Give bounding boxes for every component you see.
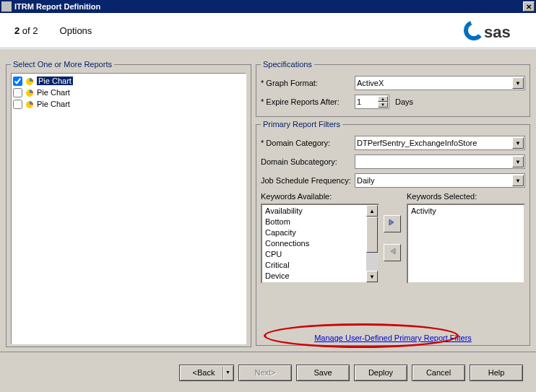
keywords-selected-label: Keywords Selected:: [407, 192, 525, 204]
svg-text:sas: sas: [484, 23, 511, 41]
reports-list[interactable]: Pie Chart Pie Chart Pie Chart: [11, 73, 246, 344]
keyword-item[interactable]: Availability: [264, 206, 376, 217]
specifications-legend: Specifications: [261, 60, 314, 69]
scroll-up-icon[interactable]: ▲: [366, 205, 378, 217]
keywords-available-list[interactable]: Availability Bottom Capacity Connections…: [261, 204, 379, 284]
report-item-label: Pie Chart: [37, 100, 70, 108]
scrollbar[interactable]: ▲ ▼: [366, 205, 378, 282]
window-title: ITRM Report Definition: [14, 2, 523, 11]
keyword-item[interactable]: Capacity: [264, 227, 376, 238]
back-button[interactable]: <Back: [179, 365, 234, 381]
save-button[interactable]: Save: [296, 365, 350, 381]
expire-spinner[interactable]: 1 ▲ ▼: [355, 95, 389, 109]
report-checkbox[interactable]: [13, 100, 22, 109]
primary-filters-panel: Primary Report Filters * Domain Category…: [256, 120, 530, 346]
keyword-item[interactable]: Device: [264, 271, 376, 282]
job-frequency-value: Daily: [357, 176, 374, 185]
expire-value: 1: [357, 97, 361, 106]
spinner-down-icon[interactable]: ▼: [378, 102, 388, 108]
specifications-panel: Specifications * Graph Format: ActiveX ▼…: [256, 60, 530, 117]
step-total: of 2: [22, 25, 38, 36]
step-current: 2: [14, 25, 20, 36]
keyword-item[interactable]: Activity: [410, 206, 522, 217]
pie-chart-icon: [25, 76, 35, 86]
app-icon: [1, 1, 12, 12]
job-frequency-label: Job Schedule Frequency:: [261, 176, 355, 185]
expire-label: * Expire Reports After:: [261, 97, 355, 106]
chevron-down-icon[interactable]: ▼: [512, 137, 524, 149]
domain-subcategory-label: Domain Subcategory:: [261, 157, 355, 166]
domain-category-value: DTPerfSentry_ExchangeInfoStore: [357, 139, 477, 147]
graph-format-value: ActiveX: [357, 79, 384, 87]
job-frequency-select[interactable]: Daily ▼: [355, 173, 525, 188]
next-button: Next>: [238, 365, 292, 381]
report-checkbox[interactable]: [13, 77, 22, 86]
help-button[interactable]: Help: [470, 365, 523, 381]
domain-category-label: * Domain Category:: [261, 139, 355, 147]
scroll-down-icon[interactable]: ▼: [366, 271, 378, 282]
chevron-down-icon[interactable]: ▼: [512, 77, 524, 89]
options-label: Options: [60, 25, 92, 36]
keywords-selected-list[interactable]: Activity: [407, 204, 525, 284]
button-bar: <Back Next> Save Deploy Cancel Help: [0, 352, 536, 392]
manage-filters-link[interactable]: Manage User-Defined Primary Report Filte…: [314, 334, 472, 342]
reports-panel: Select One or More Reports Pie Chart Pie…: [6, 60, 251, 347]
cancel-button[interactable]: Cancel: [412, 365, 465, 381]
step-indicator: 2 of 2: [14, 25, 38, 36]
report-item[interactable]: Pie Chart: [13, 87, 244, 98]
chevron-down-icon[interactable]: ▼: [512, 156, 524, 167]
pie-chart-icon: [25, 87, 35, 97]
sas-logo: sas: [464, 18, 522, 43]
domain-category-select[interactable]: DTPerfSentry_ExchangeInfoStore ▼: [355, 136, 525, 150]
report-item-label: Pie Chart: [37, 88, 70, 97]
filters-legend: Primary Report Filters: [261, 120, 342, 129]
keyword-item[interactable]: Connections: [264, 238, 376, 249]
remove-keyword-button[interactable]: [384, 244, 401, 261]
report-item[interactable]: Pie Chart: [13, 98, 244, 110]
report-item-label: Pie Chart: [37, 77, 73, 85]
keyword-item[interactable]: Critical: [264, 260, 376, 271]
reports-legend: Select One or More Reports: [11, 60, 114, 69]
spinner-up-icon[interactable]: ▲: [378, 96, 388, 102]
report-checkbox[interactable]: [13, 88, 22, 97]
expire-unit: Days: [395, 97, 413, 106]
report-item[interactable]: Pie Chart: [13, 75, 244, 87]
chevron-down-icon[interactable]: ▼: [512, 175, 524, 186]
close-button[interactable]: ✕: [523, 1, 535, 12]
pie-chart-icon: [25, 99, 35, 109]
svg-point-0: [464, 19, 485, 42]
deploy-button[interactable]: Deploy: [354, 365, 407, 381]
title-bar: ITRM Report Definition ✕: [0, 0, 536, 13]
keyword-item[interactable]: Bottom: [264, 217, 376, 227]
graph-format-label: * Graph Format:: [261, 79, 355, 87]
add-keyword-button[interactable]: [384, 215, 401, 232]
scroll-thumb[interactable]: [366, 217, 378, 253]
keyword-item[interactable]: CPU: [264, 249, 376, 260]
domain-subcategory-select[interactable]: ▼: [355, 154, 525, 169]
wizard-header: 2 of 2 Options sas: [0, 13, 536, 48]
keywords-available-label: Keywords Available:: [261, 192, 379, 204]
graph-format-select[interactable]: ActiveX ▼: [355, 76, 525, 90]
